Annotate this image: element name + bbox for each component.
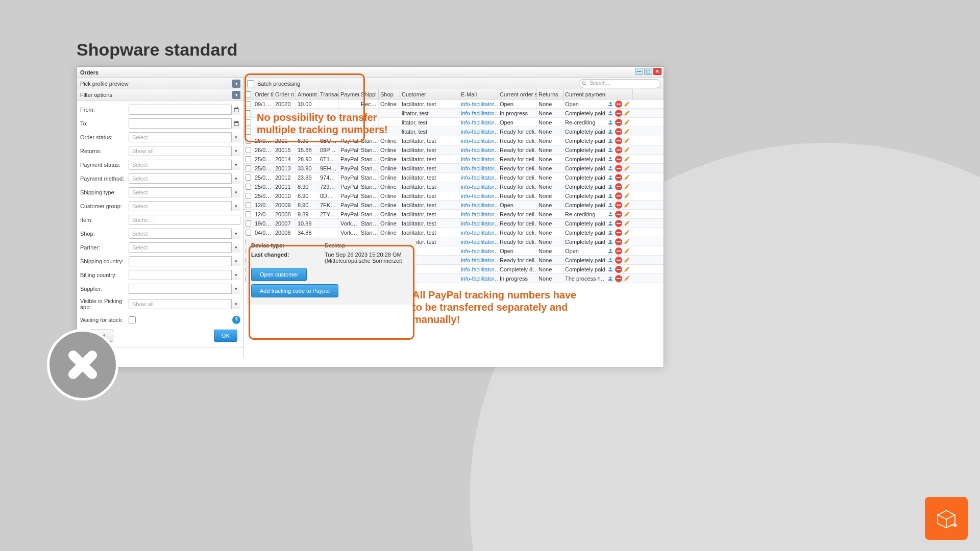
cell-email[interactable]: info-facilitator… — [459, 219, 498, 228]
chevron-down-icon[interactable]: ▾ — [231, 284, 240, 294]
user-icon[interactable] — [607, 257, 614, 264]
delete-icon[interactable] — [615, 257, 622, 264]
row-checkbox[interactable] — [246, 156, 251, 162]
user-icon[interactable] — [607, 119, 614, 126]
window-minimize-button[interactable]: — — [635, 68, 643, 75]
chevron-down-icon[interactable]: ▾ — [231, 256, 240, 266]
cell-email[interactable]: info-facilitator… — [459, 210, 498, 218]
user-icon[interactable] — [607, 229, 614, 236]
cell-email[interactable]: info-facilitator… — [459, 182, 498, 191]
row-checkbox[interactable] — [246, 174, 251, 181]
edit-icon[interactable] — [623, 183, 630, 190]
user-icon[interactable] — [607, 183, 614, 190]
cell-email[interactable]: info-facilitator… — [459, 118, 498, 127]
col-shop[interactable]: Shop — [379, 89, 400, 99]
edit-icon[interactable] — [623, 211, 630, 218]
cell-email[interactable]: info-facilitator… — [459, 228, 498, 237]
user-icon[interactable] — [607, 247, 614, 255]
col-status[interactable]: Current order stat — [498, 89, 537, 99]
delete-icon[interactable] — [615, 146, 622, 154]
table-row[interactable]: 25/0…200108.900D…PayPalStan…Onlinefacili… — [244, 191, 664, 201]
order-status-select[interactable]: Select — [129, 132, 240, 142]
table-row[interactable]: 25/0…2001428.906T1…PayPalStan…Onlinefaci… — [244, 155, 664, 164]
chevron-down-icon[interactable]: ▾ — [232, 91, 240, 99]
edit-icon[interactable] — [623, 156, 630, 163]
edit-icon[interactable] — [623, 202, 630, 209]
delete-icon[interactable] — [615, 192, 622, 199]
cell-email[interactable]: info-facilitator… — [459, 127, 498, 136]
edit-icon[interactable] — [623, 266, 630, 273]
col-returns[interactable]: Returns — [537, 89, 564, 99]
table-row[interactable]: 25/0…200118.90729…PayPalStan…Onlinefacil… — [244, 182, 664, 191]
window-maximize-button[interactable]: ▢ — [644, 68, 652, 75]
row-checkbox[interactable] — [246, 211, 251, 217]
chevron-down-icon[interactable]: ▾ — [231, 201, 240, 211]
edit-icon[interactable] — [623, 110, 630, 117]
delete-icon[interactable] — [615, 238, 622, 245]
chevron-down-icon[interactable]: ▾ — [231, 187, 240, 197]
delete-icon[interactable] — [615, 156, 622, 163]
chevron-down-icon[interactable]: ▾ — [232, 80, 240, 88]
edit-icon[interactable] — [623, 137, 630, 144]
delete-icon[interactable] — [615, 110, 622, 117]
delete-icon[interactable] — [615, 165, 622, 172]
chevron-down-icon[interactable]: ▾ — [231, 132, 240, 142]
user-icon[interactable] — [607, 238, 614, 245]
cell-email[interactable]: info-facilitator… — [459, 191, 498, 200]
delete-icon[interactable] — [615, 183, 622, 190]
edit-icon[interactable] — [623, 257, 630, 264]
edit-icon[interactable] — [623, 165, 630, 172]
col-customer[interactable]: Customer — [400, 89, 459, 99]
edit-icon[interactable] — [623, 128, 630, 135]
edit-icon[interactable] — [623, 119, 630, 126]
row-checkbox[interactable] — [246, 202, 251, 208]
chevron-down-icon[interactable]: ▾ — [231, 270, 240, 280]
row-checkbox[interactable] — [246, 230, 251, 236]
user-icon[interactable] — [607, 266, 614, 273]
table-row[interactable]: 25/0…2001223.89974…PayPalStan…Onlinefaci… — [244, 173, 664, 182]
user-icon[interactable] — [607, 202, 614, 209]
user-icon[interactable] — [607, 101, 614, 108]
row-checkbox[interactable] — [246, 220, 251, 227]
help-icon[interactable]: ? — [232, 316, 240, 324]
chevron-down-icon[interactable]: ▾ — [231, 146, 240, 156]
visible-picking-select[interactable]: Show all — [129, 299, 240, 309]
window-titlebar[interactable]: Orders — ▢ ✕ — [77, 67, 664, 78]
pick-profile-header[interactable]: Pick profile preview ▾ — [77, 78, 243, 89]
edit-icon[interactable] — [623, 174, 630, 181]
cell-email[interactable]: info-facilitator… — [459, 109, 498, 117]
delete-icon[interactable] — [615, 119, 622, 126]
table-row[interactable]: 12/0…200098.907FK…PayPalStan…Onlinefacil… — [244, 201, 664, 210]
col-email[interactable]: E-Mail — [459, 89, 498, 99]
chevron-down-icon[interactable]: ▾ — [231, 160, 240, 170]
calendar-icon[interactable] — [231, 105, 240, 115]
user-icon[interactable] — [607, 137, 614, 144]
row-checkbox[interactable] — [246, 193, 251, 199]
delete-icon[interactable] — [615, 266, 622, 273]
from-input[interactable] — [129, 105, 240, 115]
user-icon[interactable] — [607, 275, 614, 282]
search-field[interactable]: Search… — [579, 79, 660, 88]
customer-group-select[interactable]: Select — [129, 201, 240, 211]
partner-select[interactable]: Select — [129, 242, 240, 253]
edit-icon[interactable] — [623, 229, 630, 236]
delete-icon[interactable] — [615, 128, 622, 135]
delete-icon[interactable] — [615, 101, 622, 108]
user-icon[interactable] — [607, 192, 614, 199]
user-icon[interactable] — [607, 146, 614, 154]
delete-icon[interactable] — [615, 220, 622, 227]
window-close-button[interactable]: ✕ — [653, 68, 662, 75]
table-row[interactable]: 04/0…2000634.88Vork…Stan…Onlinefacilitat… — [244, 228, 664, 237]
cell-email[interactable]: info-facilitator… — [459, 201, 498, 209]
delete-icon[interactable] — [615, 229, 622, 236]
delete-icon[interactable] — [615, 174, 622, 181]
chevron-down-icon[interactable]: ▾ — [231, 299, 240, 309]
billing-country-select[interactable] — [129, 270, 240, 280]
user-icon[interactable] — [607, 110, 614, 117]
waiting-stock-checkbox[interactable] — [129, 316, 136, 323]
row-checkbox[interactable] — [246, 184, 251, 190]
chevron-down-icon[interactable]: ▾ — [231, 242, 240, 253]
cell-email[interactable]: info-facilitator… — [459, 237, 498, 246]
payment-method-select[interactable]: Select — [129, 173, 240, 184]
cell-email[interactable]: info-facilitator… — [459, 265, 498, 273]
